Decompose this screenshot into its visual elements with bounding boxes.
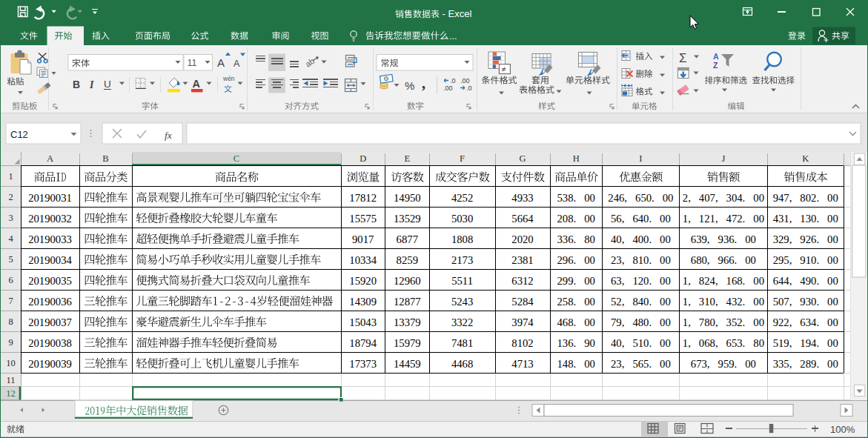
- svg-text:5511: 5511: [451, 275, 473, 287]
- svg-text:8102: 8102: [511, 337, 533, 349]
- svg-text:11: 11: [188, 58, 197, 68]
- svg-text:2, 407, 304. 00: 2, 407, 304. 00: [683, 192, 764, 204]
- svg-text:U: U: [104, 79, 111, 90]
- svg-text:1, 310, 432. 00: 1, 310, 432. 00: [683, 296, 764, 308]
- svg-text:17373: 17373: [349, 358, 377, 370]
- svg-text:23, 565. 00: 23, 565. 00: [611, 358, 671, 370]
- svg-text:13379: 13379: [394, 316, 421, 328]
- svg-text:79, 480. 00: 79, 480. 00: [611, 316, 671, 328]
- svg-text:.0: .0: [466, 84, 472, 92]
- svg-text:12877: 12877: [394, 296, 421, 308]
- svg-text:A: A: [713, 52, 719, 61]
- svg-text:63, 120. 00: 63, 120. 00: [611, 275, 671, 287]
- svg-text:644, 490. 00: 644, 490. 00: [773, 275, 838, 287]
- svg-text:8: 8: [8, 316, 13, 327]
- svg-text:14950: 14950: [394, 192, 421, 204]
- svg-text:15043: 15043: [349, 316, 377, 328]
- svg-text:56, 640. 00: 56, 640. 00: [611, 213, 671, 225]
- svg-text:329, 926. 00: 329, 926. 00: [773, 233, 838, 245]
- svg-text:40, 510. 00: 40, 510. 00: [611, 337, 671, 349]
- svg-text:2020: 2020: [511, 233, 533, 245]
- svg-text:A: A: [47, 153, 53, 164]
- svg-text:,: ,: [422, 75, 425, 91]
- svg-text:12960: 12960: [394, 275, 421, 287]
- svg-text:246, 650. 00: 246, 650. 00: [608, 192, 673, 204]
- svg-text:E: E: [404, 153, 410, 164]
- svg-text:5030: 5030: [451, 213, 473, 225]
- svg-text:52, 840. 00: 52, 840. 00: [611, 296, 671, 308]
- svg-text:639, 936. 00: 639, 936. 00: [691, 233, 756, 245]
- svg-text:519, 194. 00: 519, 194. 00: [773, 337, 838, 349]
- svg-text:6312: 6312: [511, 275, 533, 287]
- svg-text:3322: 3322: [451, 316, 473, 328]
- svg-text:673, 959. 00: 673, 959. 00: [691, 358, 756, 370]
- svg-text:922, 634. 00: 922, 634. 00: [773, 316, 838, 328]
- svg-text:B: B: [102, 153, 108, 164]
- svg-text:I: I: [89, 79, 94, 90]
- svg-text:- Excel: - Excel: [440, 8, 471, 19]
- svg-text:12: 12: [6, 388, 16, 399]
- svg-text:20190038: 20190038: [28, 337, 72, 349]
- svg-text:335, 289. 00: 335, 289. 00: [773, 358, 838, 370]
- svg-text:A: A: [193, 78, 201, 90]
- svg-text:≠: ≠: [502, 64, 506, 73]
- svg-text:23, 810. 00: 23, 810. 00: [611, 254, 671, 266]
- svg-text:296. 00: 296. 00: [557, 254, 594, 266]
- svg-text:14309: 14309: [349, 296, 377, 308]
- svg-text:9: 9: [8, 337, 13, 348]
- svg-text:18794: 18794: [349, 337, 377, 349]
- svg-text:20190035: 20190035: [28, 275, 72, 287]
- svg-text:538. 00: 538. 00: [557, 192, 594, 204]
- svg-text:G: G: [519, 153, 526, 164]
- svg-text:4713: 4713: [511, 358, 533, 370]
- svg-text:15979: 15979: [394, 337, 421, 349]
- svg-text:.0: .0: [450, 77, 456, 84]
- svg-text:20190034: 20190034: [28, 254, 72, 266]
- svg-text:1, 068, 653. 80: 1, 068, 653. 80: [683, 337, 764, 349]
- svg-text:20190032: 20190032: [28, 213, 72, 225]
- svg-text:3: 3: [8, 213, 13, 223]
- svg-text:14459: 14459: [394, 358, 421, 370]
- svg-text:wén: wén: [222, 75, 235, 82]
- svg-text:Σ: Σ: [679, 51, 687, 65]
- svg-text:20190031: 20190031: [28, 192, 72, 204]
- svg-text:4: 4: [8, 233, 13, 244]
- svg-text:11: 11: [6, 375, 15, 385]
- svg-text:10334: 10334: [349, 254, 377, 266]
- svg-text:A: A: [233, 59, 240, 69]
- svg-text:1, 121, 472. 00: 1, 121, 472. 00: [683, 213, 764, 225]
- svg-text:Z: Z: [713, 61, 718, 70]
- svg-text:7481: 7481: [451, 337, 473, 349]
- svg-text:.00: .00: [460, 77, 470, 84]
- svg-text:5664: 5664: [511, 213, 534, 225]
- svg-text:431, 130. 00: 431, 130. 00: [773, 213, 838, 225]
- svg-text:5284: 5284: [511, 296, 534, 308]
- svg-text:20190037: 20190037: [28, 316, 72, 328]
- svg-text:5: 5: [8, 254, 13, 265]
- svg-text:136. 90: 136. 90: [557, 337, 594, 349]
- svg-text:258. 00: 258. 00: [557, 296, 594, 308]
- svg-text:.00: .00: [443, 84, 453, 92]
- svg-text:947, 802. 00: 947, 802. 00: [773, 192, 838, 204]
- svg-text:3974: 3974: [511, 316, 534, 328]
- svg-text:40, 400. 00: 40, 400. 00: [611, 233, 671, 245]
- svg-text:10: 10: [6, 358, 16, 368]
- svg-text:148. 00: 148. 00: [557, 358, 594, 370]
- svg-text:2381: 2381: [511, 254, 533, 266]
- svg-text:fx: fx: [165, 130, 172, 141]
- svg-text:H: H: [573, 153, 580, 164]
- svg-text:680, 966. 00: 680, 966. 00: [691, 254, 756, 266]
- svg-text:%: %: [405, 79, 414, 92]
- svg-text:4252: 4252: [451, 192, 473, 204]
- svg-text:6877: 6877: [397, 233, 418, 245]
- svg-text:K: K: [802, 153, 809, 164]
- svg-text:B: B: [73, 79, 80, 90]
- svg-text:507, 930. 00: 507, 930. 00: [773, 296, 838, 308]
- svg-text:20190039: 20190039: [28, 358, 72, 370]
- svg-text:15575: 15575: [349, 213, 377, 225]
- svg-text:299. 00: 299. 00: [557, 275, 594, 287]
- svg-text:7: 7: [8, 296, 13, 306]
- svg-text:20190036: 20190036: [28, 296, 72, 308]
- svg-text:1, 824, 168. 00: 1, 824, 168. 00: [683, 275, 764, 287]
- svg-text:J: J: [721, 153, 725, 164]
